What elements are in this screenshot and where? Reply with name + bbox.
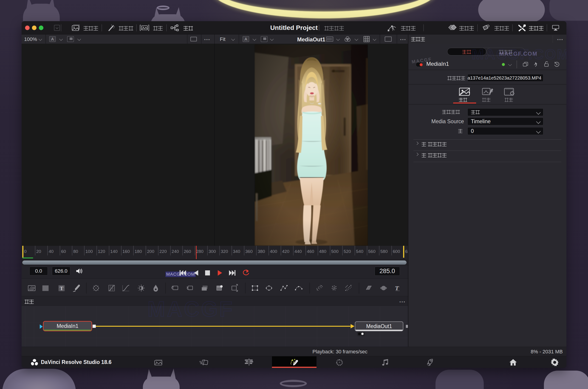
svg-text:T: T	[60, 285, 63, 291]
svg-text:T: T	[395, 285, 399, 291]
